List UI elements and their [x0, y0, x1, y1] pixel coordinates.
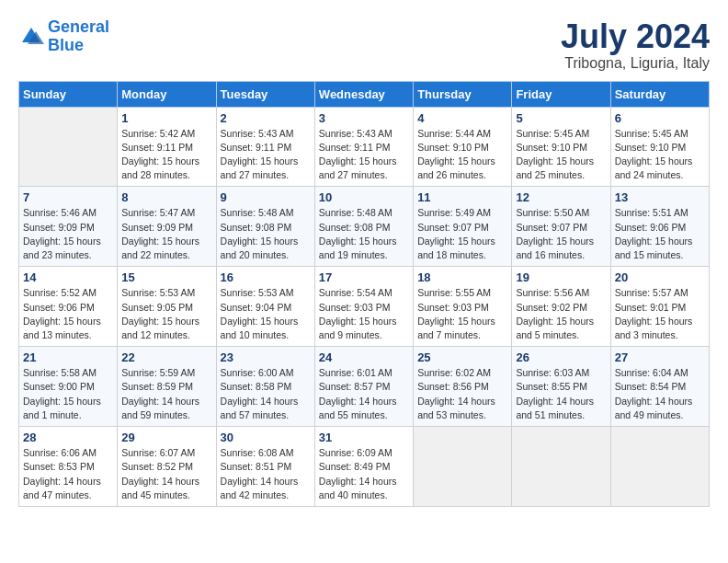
day-number: 14 [23, 270, 113, 284]
calendar-cell: 10Sunrise: 5:48 AM Sunset: 9:08 PM Dayli… [314, 187, 413, 267]
calendar-cell: 31Sunrise: 6:09 AM Sunset: 8:49 PM Dayli… [314, 427, 413, 507]
calendar-cell: 7Sunrise: 5:46 AM Sunset: 9:09 PM Daylig… [19, 187, 118, 267]
day-number: 12 [516, 190, 606, 204]
logo-line1: General [48, 17, 109, 36]
calendar-cell: 3Sunrise: 5:43 AM Sunset: 9:11 PM Daylig… [314, 107, 413, 187]
day-number: 5 [516, 111, 606, 125]
calendar-cell: 9Sunrise: 5:48 AM Sunset: 9:08 PM Daylig… [216, 187, 314, 267]
calendar-cell: 12Sunrise: 5:50 AM Sunset: 9:07 PM Dayli… [512, 187, 610, 267]
calendar-cell: 20Sunrise: 5:57 AM Sunset: 9:01 PM Dayli… [610, 267, 709, 347]
day-number: 16 [221, 270, 311, 284]
day-info: Sunrise: 5:47 AM Sunset: 9:09 PM Dayligh… [121, 206, 211, 262]
weekday-header-thursday: Thursday [414, 81, 512, 107]
calendar-title: July 2024 [561, 18, 710, 55]
calendar-cell: 25Sunrise: 6:02 AM Sunset: 8:56 PM Dayli… [414, 347, 512, 427]
day-info: Sunrise: 5:42 AM Sunset: 9:11 PM Dayligh… [121, 127, 211, 183]
day-info: Sunrise: 5:45 AM Sunset: 9:10 PM Dayligh… [615, 127, 705, 183]
day-number: 25 [417, 350, 507, 364]
calendar-cell: 18Sunrise: 5:55 AM Sunset: 9:03 PM Dayli… [414, 267, 512, 347]
calendar-cell: 27Sunrise: 6:04 AM Sunset: 8:54 PM Dayli… [610, 347, 709, 427]
day-info: Sunrise: 5:53 AM Sunset: 9:04 PM Dayligh… [221, 286, 311, 342]
day-number: 30 [221, 431, 311, 444]
weekday-header-friday: Friday [512, 81, 610, 107]
calendar-cell: 23Sunrise: 6:00 AM Sunset: 8:58 PM Dayli… [216, 347, 314, 427]
calendar-cell [19, 107, 118, 187]
calendar-cell: 16Sunrise: 5:53 AM Sunset: 9:04 PM Dayli… [216, 267, 314, 347]
calendar-cell: 5Sunrise: 5:45 AM Sunset: 9:10 PM Daylig… [512, 107, 610, 187]
day-info: Sunrise: 5:54 AM Sunset: 9:03 PM Dayligh… [319, 286, 409, 342]
week-row-4: 21Sunrise: 5:58 AM Sunset: 9:00 PM Dayli… [19, 347, 710, 427]
calendar-cell: 26Sunrise: 6:03 AM Sunset: 8:55 PM Dayli… [512, 347, 610, 427]
day-number: 20 [615, 270, 705, 284]
weekday-header-tuesday: Tuesday [216, 81, 314, 107]
calendar-cell: 17Sunrise: 5:54 AM Sunset: 9:03 PM Dayli… [314, 267, 413, 347]
day-info: Sunrise: 5:57 AM Sunset: 9:01 PM Dayligh… [615, 286, 705, 342]
calendar-cell [610, 427, 709, 507]
calendar-cell: 19Sunrise: 5:56 AM Sunset: 9:02 PM Dayli… [512, 267, 610, 347]
day-number: 8 [121, 190, 211, 204]
day-info: Sunrise: 5:53 AM Sunset: 9:05 PM Dayligh… [121, 286, 211, 342]
day-number: 28 [23, 431, 113, 444]
calendar-cell: 4Sunrise: 5:44 AM Sunset: 9:10 PM Daylig… [414, 107, 512, 187]
day-number: 22 [121, 350, 211, 364]
calendar-cell [512, 427, 610, 507]
day-number: 26 [516, 350, 606, 364]
day-number: 11 [417, 190, 507, 204]
day-info: Sunrise: 5:48 AM Sunset: 9:08 PM Dayligh… [319, 206, 409, 262]
day-number: 6 [615, 111, 705, 125]
day-info: Sunrise: 5:58 AM Sunset: 9:00 PM Dayligh… [23, 366, 113, 422]
calendar-subtitle: Tribogna, Liguria, Italy [561, 55, 710, 72]
logo: General Blue [18, 18, 109, 55]
day-number: 17 [319, 270, 409, 284]
calendar-cell: 22Sunrise: 5:59 AM Sunset: 8:59 PM Dayli… [118, 347, 216, 427]
day-info: Sunrise: 6:07 AM Sunset: 8:52 PM Dayligh… [121, 446, 211, 502]
day-number: 4 [417, 111, 507, 125]
day-info: Sunrise: 6:00 AM Sunset: 8:58 PM Dayligh… [221, 366, 311, 422]
weekday-header-row: SundayMondayTuesdayWednesdayThursdayFrid… [19, 81, 710, 107]
day-info: Sunrise: 6:06 AM Sunset: 8:53 PM Dayligh… [23, 446, 113, 502]
calendar-body: 1Sunrise: 5:42 AM Sunset: 9:11 PM Daylig… [19, 107, 710, 506]
calendar-cell: 21Sunrise: 5:58 AM Sunset: 9:00 PM Dayli… [19, 347, 118, 427]
day-info: Sunrise: 5:44 AM Sunset: 9:10 PM Dayligh… [417, 127, 507, 183]
title-section: July 2024 Tribogna, Liguria, Italy [561, 18, 710, 72]
calendar-cell: 13Sunrise: 5:51 AM Sunset: 9:06 PM Dayli… [610, 187, 709, 267]
weekday-header-wednesday: Wednesday [314, 81, 413, 107]
week-row-2: 7Sunrise: 5:46 AM Sunset: 9:09 PM Daylig… [19, 187, 710, 267]
week-row-3: 14Sunrise: 5:52 AM Sunset: 9:06 PM Dayli… [19, 267, 710, 347]
calendar-cell: 29Sunrise: 6:07 AM Sunset: 8:52 PM Dayli… [118, 427, 216, 507]
calendar-header: SundayMondayTuesdayWednesdayThursdayFrid… [19, 81, 710, 107]
day-info: Sunrise: 5:48 AM Sunset: 9:08 PM Dayligh… [221, 206, 311, 262]
calendar-cell: 30Sunrise: 6:08 AM Sunset: 8:51 PM Dayli… [216, 427, 314, 507]
week-row-5: 28Sunrise: 6:06 AM Sunset: 8:53 PM Dayli… [19, 427, 710, 507]
calendar-cell: 6Sunrise: 5:45 AM Sunset: 9:10 PM Daylig… [610, 107, 709, 187]
day-info: Sunrise: 6:08 AM Sunset: 8:51 PM Dayligh… [221, 446, 311, 502]
day-number: 2 [221, 111, 311, 125]
day-info: Sunrise: 5:43 AM Sunset: 9:11 PM Dayligh… [319, 127, 409, 183]
day-number: 3 [319, 111, 409, 125]
day-number: 24 [319, 350, 409, 364]
calendar-cell: 28Sunrise: 6:06 AM Sunset: 8:53 PM Dayli… [19, 427, 118, 507]
weekday-header-monday: Monday [118, 81, 216, 107]
weekday-header-sunday: Sunday [19, 81, 118, 107]
day-info: Sunrise: 6:02 AM Sunset: 8:56 PM Dayligh… [417, 366, 507, 422]
day-number: 19 [516, 270, 606, 284]
week-row-1: 1Sunrise: 5:42 AM Sunset: 9:11 PM Daylig… [19, 107, 710, 187]
day-number: 1 [121, 111, 211, 125]
day-number: 15 [121, 270, 211, 284]
day-info: Sunrise: 5:59 AM Sunset: 8:59 PM Dayligh… [121, 366, 211, 422]
day-info: Sunrise: 5:49 AM Sunset: 9:07 PM Dayligh… [417, 206, 507, 262]
day-number: 9 [221, 190, 311, 204]
day-number: 31 [319, 431, 409, 444]
calendar-cell: 14Sunrise: 5:52 AM Sunset: 9:06 PM Dayli… [19, 267, 118, 347]
day-info: Sunrise: 5:45 AM Sunset: 9:10 PM Dayligh… [516, 127, 606, 183]
logo-icon [18, 24, 44, 50]
day-number: 7 [23, 190, 113, 204]
day-number: 23 [221, 350, 311, 364]
day-number: 13 [615, 190, 705, 204]
day-info: Sunrise: 5:46 AM Sunset: 9:09 PM Dayligh… [23, 206, 113, 262]
calendar-table: SundayMondayTuesdayWednesdayThursdayFrid… [18, 81, 710, 507]
day-info: Sunrise: 5:43 AM Sunset: 9:11 PM Dayligh… [221, 127, 311, 183]
day-info: Sunrise: 6:03 AM Sunset: 8:55 PM Dayligh… [516, 366, 606, 422]
page-header: General Blue July 2024 Tribogna, Liguria… [18, 18, 710, 72]
calendar-cell: 24Sunrise: 6:01 AM Sunset: 8:57 PM Dayli… [314, 347, 413, 427]
